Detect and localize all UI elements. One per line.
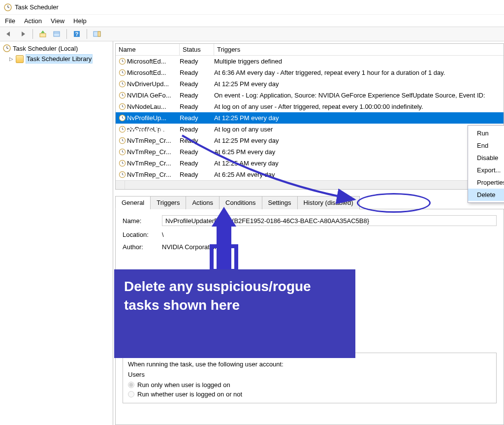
svg-text:?: ? <box>75 31 79 37</box>
up-button[interactable] <box>37 28 49 40</box>
author-value: NVIDIA Corporation <box>162 243 218 251</box>
task-row[interactable]: NvTmRep_Cr...ReadyAt 12:25 PM every day <box>116 135 504 146</box>
task-list[interactable]: Name Status Triggers MicrosoftEd...Ready… <box>115 43 504 190</box>
tree-library[interactable]: ▷ Task Scheduler Library <box>2 53 111 65</box>
actions-pane-button[interactable] <box>91 28 103 40</box>
task-trigger: At 12:25 PM every day <box>214 80 504 88</box>
name-label: Name: <box>123 217 157 225</box>
annotation-delete-ellipse <box>357 193 431 213</box>
task-name: NvDriverUpd... <box>127 80 169 88</box>
task-status: Ready <box>180 148 214 156</box>
menu-help[interactable]: Help <box>73 17 87 25</box>
context-delete[interactable]: Delete <box>468 189 504 201</box>
task-row[interactable]: MicrosoftEd...ReadyMultiple triggers def… <box>116 56 504 67</box>
context-menu: Run End Disable Export... Properties Del… <box>468 125 504 203</box>
clock-icon <box>119 58 126 65</box>
task-trigger: At log on of any user <box>214 126 504 133</box>
task-status: Ready <box>180 114 214 122</box>
clock-icon <box>119 171 126 178</box>
task-name: NvTmRep_Cr... <box>127 171 171 178</box>
task-name: MicrosoftEd... <box>127 69 166 76</box>
tab-general[interactable]: General <box>115 196 151 209</box>
context-run[interactable]: Run <box>468 127 504 139</box>
task-row[interactable]: NvTmRep_Cr...ReadyAt 6:25 AM every day <box>116 169 504 180</box>
col-trigger[interactable]: Triggers <box>214 44 504 55</box>
context-export[interactable]: Export... <box>468 164 504 176</box>
context-disable[interactable]: Disable <box>468 152 504 164</box>
tab-history[interactable]: History (disabled) <box>297 196 360 209</box>
col-status[interactable]: Status <box>180 44 214 55</box>
task-status: Ready <box>180 80 214 88</box>
tab-conditions[interactable]: Conditions <box>219 196 262 209</box>
task-row[interactable]: MicrosoftEd...ReadyAt 6:36 AM every day … <box>116 67 504 78</box>
radio-logged-on-label: Run only when user is logged on <box>137 381 230 389</box>
task-status: Ready <box>180 69 214 76</box>
menu-view[interactable]: View <box>51 17 64 25</box>
expand-icon[interactable]: ▷ <box>9 56 14 62</box>
properties-button[interactable] <box>51 28 63 40</box>
clock-icon <box>119 126 126 133</box>
task-name: NvProfileUp... <box>127 126 166 133</box>
svg-rect-4 <box>54 32 60 36</box>
clock-icon <box>119 160 126 167</box>
task-row[interactable]: NvDriverUpd...ReadyAt 12:25 PM every day <box>116 78 504 90</box>
tab-triggers[interactable]: Triggers <box>150 196 186 209</box>
task-row[interactable]: NvProfileUp...ReadyAt log on of any user <box>116 124 504 135</box>
task-name: NvTmRep_Cr... <box>127 137 171 144</box>
task-trigger: At 6:25 AM every day <box>214 171 504 178</box>
right-pane: Name Status Triggers MicrosoftEd...Ready… <box>113 41 504 425</box>
help-button[interactable]: ? <box>71 28 83 40</box>
back-button[interactable] <box>3 28 15 40</box>
toolbar: ? <box>0 27 504 41</box>
task-row[interactable]: NvProfileUp...ReadyAt 12:25 PM every day <box>116 112 504 124</box>
task-name: MicrosoftEd... <box>127 58 166 65</box>
name-field[interactable]: NvProfileUpdaterDaily_{B2FE1952-0186-46C… <box>162 215 497 226</box>
author-label: Author: <box>123 243 157 251</box>
clock-icon <box>119 137 126 144</box>
task-row[interactable]: NvTmRep_Cr...ReadyAt 12:25 AM every day <box>116 158 504 169</box>
location-value: \ <box>162 231 164 238</box>
security-text: When running the task, use the following… <box>128 360 491 368</box>
task-trigger: At 12:25 PM every day <box>214 114 504 122</box>
radio-logged-on[interactable] <box>128 382 134 388</box>
task-row[interactable]: NvNodeLau...ReadyAt log on of any user -… <box>116 101 504 112</box>
context-end[interactable]: End <box>468 139 504 152</box>
task-status: Ready <box>180 160 214 167</box>
forward-button[interactable] <box>17 28 29 40</box>
tree-root-label: Task Scheduler (Local) <box>13 45 78 52</box>
task-trigger: Multiple triggers defined <box>214 58 504 65</box>
task-name: NVIDIA GeFo... <box>127 92 171 99</box>
task-status: Ready <box>180 103 214 110</box>
tab-settings[interactable]: Settings <box>262 196 298 209</box>
svg-rect-9 <box>98 32 100 36</box>
security-user: Users <box>128 371 491 378</box>
task-status: Ready <box>180 137 214 144</box>
task-row[interactable]: NvTmRep_Cr...ReadyAt 6:25 PM every day <box>116 146 504 158</box>
tree-library-label: Task Scheduler Library <box>26 54 93 64</box>
clock-icon <box>119 92 126 99</box>
radio-logged-off-label: Run whether user is logged on or not <box>137 391 242 398</box>
task-row[interactable]: NVIDIA GeFo...ReadyOn event - Log: Appli… <box>116 90 504 101</box>
task-status: Ready <box>180 171 214 178</box>
titlebar: Task Scheduler <box>0 0 504 15</box>
window-title: Task Scheduler <box>15 3 59 11</box>
col-name[interactable]: Name <box>116 44 180 55</box>
clock-icon <box>119 114 126 122</box>
clock-icon <box>119 103 126 110</box>
navigation-tree[interactable]: Task Scheduler (Local) ▷ Task Scheduler … <box>0 41 113 425</box>
task-trigger: At log on of any user - After triggered,… <box>214 103 504 110</box>
svg-rect-3 <box>40 33 46 37</box>
tree-root[interactable]: Task Scheduler (Local) <box>2 43 111 53</box>
context-properties[interactable]: Properties <box>468 176 504 189</box>
menu-file[interactable]: File <box>5 17 15 25</box>
folder-icon <box>16 55 24 63</box>
horizontal-scrollbar[interactable] <box>116 180 504 189</box>
tab-actions[interactable]: Actions <box>186 196 220 209</box>
task-trigger: On event - Log: Application, Source: NVI… <box>214 92 504 99</box>
task-status: Ready <box>180 58 214 65</box>
clock-icon <box>3 44 11 52</box>
menu-action[interactable]: Action <box>24 17 42 25</box>
detail-tabs: General Triggers Actions Conditions Sett… <box>115 196 504 209</box>
radio-logged-off[interactable] <box>128 391 134 397</box>
task-name: NvNodeLau... <box>127 103 166 110</box>
